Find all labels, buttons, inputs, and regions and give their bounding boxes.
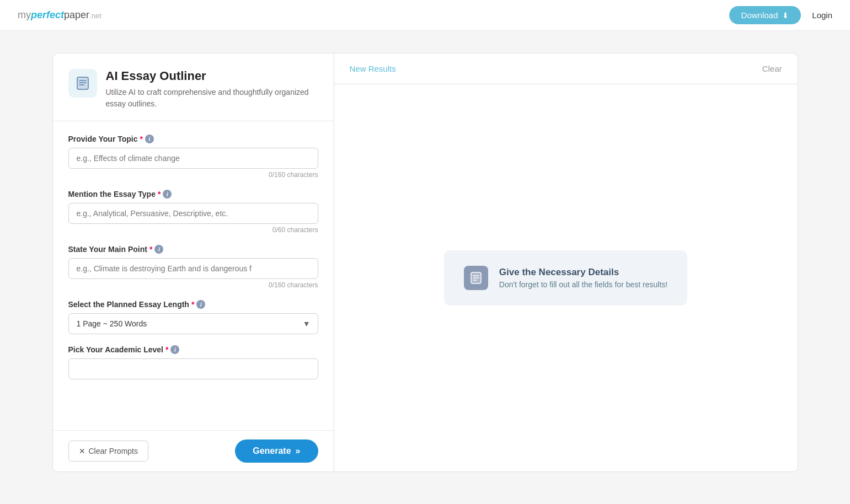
essay-length-label: Select the Planned Essay Length* i [68,300,318,309]
new-results-button[interactable]: New Results [350,64,396,73]
x-icon: ✕ [79,447,85,455]
logo-my: my [18,9,31,20]
main-point-info-icon[interactable]: i [154,245,163,254]
essay-icon [75,76,90,91]
results-header: New Results Clear [334,53,798,84]
essay-type-info-icon[interactable]: i [163,190,172,199]
placeholder-description: Don't forget to fill out all the fields … [499,280,667,289]
right-panel: New Results Clear Give [334,53,798,471]
essay-length-select[interactable]: 1 Page ~ 250 Words 2 Pages ~ 500 Words 3… [68,313,318,334]
logo-paper: paper [64,9,89,20]
academic-level-info-icon[interactable]: i [170,345,179,354]
essay-length-select-wrapper: 1 Page ~ 250 Words 2 Pages ~ 500 Words 3… [68,313,318,334]
main-point-label-text: State Your Main Point [68,245,147,254]
tool-title: AI Essay Outliner [106,69,318,83]
document-icon [469,271,483,285]
logo-perfect: perfect [31,9,64,20]
placeholder-title: Give the Necessary Details [499,267,667,278]
main-point-label: State Your Main Point* i [68,245,318,254]
topic-field-group: Provide Your Topic* i 0/160 characters [68,135,318,179]
svg-rect-0 [77,77,88,89]
generate-label: Generate [253,446,291,456]
placeholder-icon [464,266,488,290]
essay-length-required: * [191,300,194,309]
main-point-char-count: 0/160 characters [68,281,318,289]
download-button[interactable]: Download ⬇ [729,6,801,24]
essay-type-char-count: 0/60 characters [68,226,318,234]
main-point-input[interactable] [68,258,318,279]
form-area: Provide Your Topic* i 0/160 characters M… [53,121,334,430]
academic-level-input[interactable] [68,358,318,379]
results-body: Give the Necessary Details Don't forget … [334,84,798,471]
download-label: Download [741,10,778,20]
header: myperfectpaper.net Download ⬇ Login [0,0,850,31]
left-panel: AI Essay Outliner Utilize AI to craft co… [53,53,334,471]
main-container: AI Essay Outliner Utilize AI to craft co… [39,53,811,472]
topic-info-icon[interactable]: i [145,135,154,143]
clear-prompts-label: Clear Prompts [89,447,138,455]
tool-header: AI Essay Outliner Utilize AI to craft co… [53,53,334,121]
essay-type-label-text: Mention the Essay Type [68,190,156,199]
download-icon: ⬇ [782,11,789,20]
login-link[interactable]: Login [812,10,832,20]
academic-level-field-group: Pick Your Academic Level* i [68,345,318,379]
essay-type-label: Mention the Essay Type* i [68,190,318,199]
academic-level-label: Pick Your Academic Level* i [68,345,318,354]
academic-level-label-text: Pick Your Academic Level [68,345,164,354]
essay-length-info-icon[interactable]: i [196,300,205,309]
chevrons-icon: » [296,446,301,456]
topic-label: Provide Your Topic* i [68,135,318,143]
essay-type-required: * [158,190,161,199]
main-point-field-group: State Your Main Point* i 0/160 character… [68,245,318,289]
essay-type-field-group: Mention the Essay Type* i 0/60 character… [68,190,318,234]
topic-label-text: Provide Your Topic [68,135,138,143]
essay-type-input[interactable] [68,203,318,224]
header-actions: Download ⬇ Login [729,6,832,24]
main-point-required: * [149,245,152,254]
topic-input[interactable] [68,148,318,169]
tool-icon [68,69,97,98]
essay-length-label-text: Select the Planned Essay Length [68,300,189,309]
topic-required: * [140,135,143,143]
logo-net: .net [89,12,101,20]
clear-prompts-button[interactable]: ✕ Clear Prompts [68,441,148,462]
left-footer: ✕ Clear Prompts Generate » [53,430,334,471]
placeholder-text: Give the Necessary Details Don't forget … [499,267,667,289]
essay-length-field-group: Select the Planned Essay Length* i 1 Pag… [68,300,318,334]
topic-char-count: 0/160 characters [68,171,318,179]
tool-description: Utilize AI to craft comprehensive and th… [106,87,318,110]
academic-level-required: * [165,345,168,354]
logo: myperfectpaper.net [18,9,101,21]
content-card: AI Essay Outliner Utilize AI to craft co… [52,53,798,472]
generate-button[interactable]: Generate » [235,439,318,463]
placeholder-card: Give the Necessary Details Don't forget … [444,250,687,305]
clear-results-button[interactable]: Clear [762,64,782,73]
tool-info: AI Essay Outliner Utilize AI to craft co… [106,69,318,110]
